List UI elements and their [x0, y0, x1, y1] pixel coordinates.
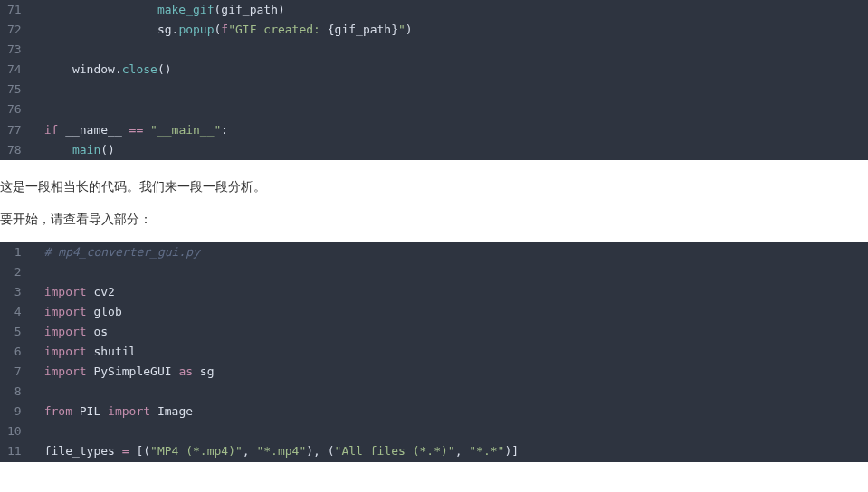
- code-token: sg.: [44, 23, 179, 36]
- line-number: 77: [0, 120, 33, 140]
- code-token: import: [108, 404, 150, 418]
- code-token: (): [100, 143, 115, 156]
- line-number: 10: [0, 421, 33, 441]
- code-token: Image: [150, 404, 193, 418]
- code-token: PIL: [72, 404, 108, 418]
- code-token: file_types: [44, 444, 122, 458]
- line-number: 4: [0, 302, 33, 322]
- line-number: 8: [0, 382, 33, 402]
- code-token: [(: [129, 444, 150, 458]
- code-content[interactable]: import PySimpleGUI as sg: [33, 362, 868, 382]
- code-token: "__main__": [150, 123, 221, 137]
- code-line: 7import PySimpleGUI as sg: [0, 362, 868, 382]
- code-token: =: [122, 444, 129, 458]
- code-line: 76: [0, 99, 868, 119]
- code-content[interactable]: [33, 382, 868, 402]
- code-token: import: [44, 364, 87, 378]
- code-token: as: [178, 364, 193, 378]
- code-line: 5import os: [0, 322, 868, 342]
- code-token: close: [122, 62, 157, 76]
- code-line: 4import glob: [0, 302, 868, 322]
- code-line: 1# mp4_converter_gui.py: [0, 242, 868, 262]
- code-token: sg: [193, 364, 214, 378]
- line-number: 73: [0, 40, 33, 60]
- code-token: :: [221, 123, 228, 137]
- line-number: 74: [0, 60, 33, 80]
- code-line: 10: [0, 421, 868, 441]
- code-line: 8: [0, 382, 868, 402]
- code-token: [44, 3, 157, 16]
- code-line: 3import cv2: [0, 282, 868, 302]
- code-content[interactable]: [33, 40, 868, 60]
- code-token: popup: [178, 23, 214, 36]
- code-content[interactable]: import shutil: [33, 342, 868, 362]
- code-table-1: 71 make_gif(gif_path)72 sg.popup(f"GIF c…: [0, 0, 868, 160]
- code-line: 72 sg.popup(f"GIF created: {gif_path}"): [0, 20, 868, 40]
- line-number: 75: [0, 80, 33, 99]
- code-block-1: 71 make_gif(gif_path)72 sg.popup(f"GIF c…: [0, 0, 868, 160]
- code-table-2: 1# mp4_converter_gui.py2 3import cv24imp…: [0, 242, 868, 462]
- code-content[interactable]: import os: [33, 322, 868, 342]
- code-content[interactable]: [33, 421, 868, 441]
- code-token: {gif_path}: [328, 23, 398, 36]
- line-number: 3: [0, 282, 33, 302]
- code-token: [44, 143, 72, 156]
- code-line: 6import shutil: [0, 342, 868, 362]
- code-token: "MP4 (*.mp4)": [150, 444, 243, 458]
- code-token: # mp4_converter_gui.py: [44, 245, 200, 259]
- prose-paragraph-2: 要开始，请查看导入部分：: [0, 209, 868, 241]
- code-token: main: [72, 143, 100, 156]
- code-token: window.: [44, 62, 122, 76]
- code-token: "*.mp4": [256, 444, 306, 458]
- code-token: ": [398, 23, 405, 36]
- code-token: ), (: [306, 444, 334, 458]
- code-content[interactable]: sg.popup(f"GIF created: {gif_path}"): [33, 20, 868, 40]
- code-token: "All files (*.*)": [335, 444, 455, 458]
- code-token: PySimpleGUI: [87, 364, 179, 378]
- code-content[interactable]: if __name__ == "__main__":: [33, 120, 868, 140]
- code-content[interactable]: # mp4_converter_gui.py: [33, 242, 868, 262]
- code-content[interactable]: [33, 99, 868, 119]
- code-token: (gif_path): [215, 3, 285, 16]
- code-token: shutil: [87, 345, 137, 358]
- code-content[interactable]: [33, 262, 868, 282]
- line-number: 11: [0, 441, 33, 461]
- code-token: import: [44, 305, 87, 318]
- code-line: 74 window.close(): [0, 60, 868, 80]
- code-content[interactable]: from PIL import Image: [33, 402, 868, 421]
- code-token: if: [44, 123, 59, 137]
- code-line: 75: [0, 80, 868, 99]
- line-number: 9: [0, 402, 33, 421]
- line-number: 72: [0, 20, 33, 40]
- line-number: 71: [0, 0, 33, 20]
- code-token: import: [44, 325, 87, 338]
- code-content[interactable]: import glob: [33, 302, 868, 322]
- line-number: 6: [0, 342, 33, 362]
- code-content[interactable]: file_types = [("MP4 (*.mp4)", "*.mp4"), …: [33, 441, 868, 461]
- code-token: os: [87, 325, 108, 338]
- code-line: 77if __name__ == "__main__":: [0, 120, 868, 140]
- code-token: (): [157, 62, 172, 76]
- code-token: import: [44, 285, 87, 298]
- code-token: ==: [129, 123, 144, 137]
- code-content[interactable]: make_gif(gif_path): [33, 0, 868, 20]
- code-line: 78 main(): [0, 140, 868, 160]
- code-line: 9from PIL import Image: [0, 402, 868, 421]
- code-line: 71 make_gif(gif_path): [0, 0, 868, 20]
- code-content[interactable]: [33, 80, 868, 99]
- code-line: 73: [0, 40, 868, 60]
- code-token: [143, 123, 150, 137]
- code-token: "GIF created:: [228, 23, 328, 36]
- code-content[interactable]: main(): [33, 140, 868, 160]
- line-number: 78: [0, 140, 33, 160]
- line-number: 5: [0, 322, 33, 342]
- line-number: 7: [0, 362, 33, 382]
- code-token: ,: [455, 444, 470, 458]
- code-token: f: [221, 23, 228, 36]
- code-token: "*.*": [469, 444, 504, 458]
- line-number: 1: [0, 242, 33, 262]
- code-line: 2: [0, 262, 868, 282]
- code-token: import: [44, 345, 87, 358]
- code-content[interactable]: window.close(): [33, 60, 868, 80]
- code-content[interactable]: import cv2: [33, 282, 868, 302]
